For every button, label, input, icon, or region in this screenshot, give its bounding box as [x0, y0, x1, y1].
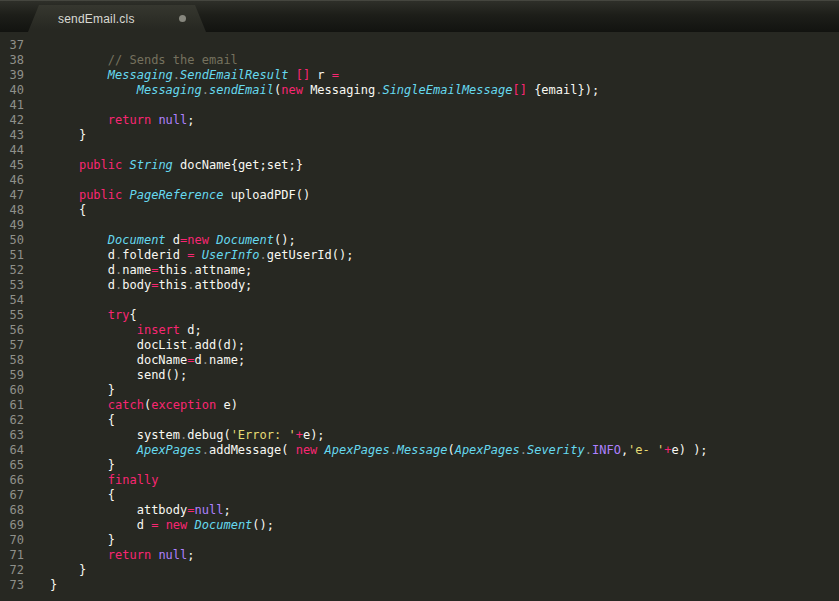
code-line[interactable]: public String docName{get;set;} [50, 158, 839, 173]
code-token: Document [216, 233, 274, 247]
line-number: 63 [0, 428, 24, 443]
code-token: . [187, 278, 194, 292]
line-number: 49 [0, 218, 24, 233]
code-line[interactable]: docName=d.name; [50, 353, 839, 368]
code-line[interactable]: // Sends the email [50, 53, 839, 68]
code-line[interactable]: docList.add(d); [50, 338, 839, 353]
code-token: [] [296, 68, 310, 82]
code-token [50, 308, 108, 322]
code-token: {email}); [527, 83, 599, 97]
code-token: null [195, 503, 224, 517]
code-token: UserInfo [202, 248, 260, 262]
code-line[interactable]: } [50, 578, 839, 593]
code-token: = [332, 68, 339, 82]
code-token [50, 173, 57, 187]
editor[interactable]: 3738394041424344454647484950515253545556… [0, 32, 839, 601]
code-token: ; [187, 113, 194, 127]
code-line[interactable]: ApexPages.addMessage( new ApexPages.Mess… [50, 443, 839, 458]
code-line[interactable] [50, 98, 839, 113]
code-line[interactable]: Document d=new Document(); [50, 233, 839, 248]
code-token [50, 53, 108, 67]
line-number: 68 [0, 503, 24, 518]
code-line[interactable] [50, 293, 839, 308]
line-number: 37 [0, 38, 24, 53]
code-token: // Sends the email [108, 53, 238, 67]
code-token [50, 473, 108, 487]
code-line[interactable]: return null; [50, 548, 839, 563]
code-token: } [50, 533, 115, 547]
line-number: 60 [0, 383, 24, 398]
line-number: 39 [0, 68, 24, 83]
code-token: ApexPages [137, 443, 202, 457]
code-line[interactable] [50, 143, 839, 158]
code-line[interactable]: } [50, 458, 839, 473]
code-token: Document [195, 518, 253, 532]
code-line[interactable] [50, 218, 839, 233]
line-number: 44 [0, 143, 24, 158]
code-token: . [202, 353, 209, 367]
code-line[interactable] [50, 38, 839, 53]
line-number: 73 [0, 578, 24, 593]
code-line[interactable]: Messaging.sendEmail(new Messaging.Single… [50, 83, 839, 98]
code-token [50, 293, 57, 307]
code-token: { [50, 203, 86, 217]
line-number: 51 [0, 248, 24, 263]
code-line[interactable]: try{ [50, 308, 839, 323]
code-token: attbody [50, 503, 187, 517]
code-line[interactable]: public PageReference uploadPDF() [50, 188, 839, 203]
code-line[interactable] [50, 173, 839, 188]
line-number: 66 [0, 473, 24, 488]
gutter: 3738394041424344454647484950515253545556… [0, 38, 24, 601]
code-line[interactable]: catch(exception e) [50, 398, 839, 413]
code-line[interactable]: } [50, 128, 839, 143]
code-line[interactable]: d.body=this.attbody; [50, 278, 839, 293]
code-token: { [50, 413, 115, 427]
code-token [50, 38, 57, 52]
code-line[interactable]: insert d; [50, 323, 839, 338]
code-token: d [50, 278, 115, 292]
line-number: 53 [0, 278, 24, 293]
code-token: 'e- ' [628, 443, 664, 457]
code-line[interactable]: { [50, 203, 839, 218]
code-token: } [50, 383, 115, 397]
code-line[interactable]: } [50, 383, 839, 398]
code-line[interactable]: system.debug('Error: '+e); [50, 428, 839, 443]
code-token: sendEmail [209, 83, 274, 97]
code-token: . [187, 338, 194, 352]
code-line[interactable]: Messaging.SendEmailResult [] r = [50, 68, 839, 83]
code-token: insert [137, 323, 180, 337]
code-token: ApexPages [325, 443, 390, 457]
code-token: try [108, 308, 130, 322]
line-number: 69 [0, 518, 24, 533]
code-token [50, 113, 108, 127]
code-token: folderid [122, 248, 187, 262]
code-line[interactable]: } [50, 563, 839, 578]
code-line[interactable]: finally [50, 473, 839, 488]
code-token: null [158, 548, 187, 562]
code-token: d [195, 353, 202, 367]
code-line[interactable]: { [50, 413, 839, 428]
code-lines[interactable]: // Sends the email Messaging.SendEmailRe… [24, 38, 839, 601]
code-line[interactable]: d.name=this.attname; [50, 263, 839, 278]
tab-sendemail-cls[interactable]: sendEmail.cls [28, 5, 206, 32]
code-line[interactable]: d.folderid = UserInfo.getUserId(); [50, 248, 839, 263]
code-token: new [296, 443, 318, 457]
code-token [317, 443, 324, 457]
code-line[interactable]: return null; [50, 113, 839, 128]
code-line[interactable]: { [50, 488, 839, 503]
code-token: this [158, 263, 187, 277]
code-line[interactable]: } [50, 533, 839, 548]
code-token [122, 188, 129, 202]
modified-indicator-icon[interactable] [179, 15, 186, 22]
code-token: } [50, 458, 115, 472]
code-token: attbody; [195, 278, 253, 292]
code-token: Document [108, 233, 166, 247]
code-token [50, 98, 57, 112]
code-line[interactable]: attbody=null; [50, 503, 839, 518]
code-token: return [108, 548, 151, 562]
code-token [288, 68, 295, 82]
code-token: . [202, 83, 209, 97]
code-token: e); [303, 428, 325, 442]
code-line[interactable]: d = new Document(); [50, 518, 839, 533]
code-line[interactable]: send(); [50, 368, 839, 383]
